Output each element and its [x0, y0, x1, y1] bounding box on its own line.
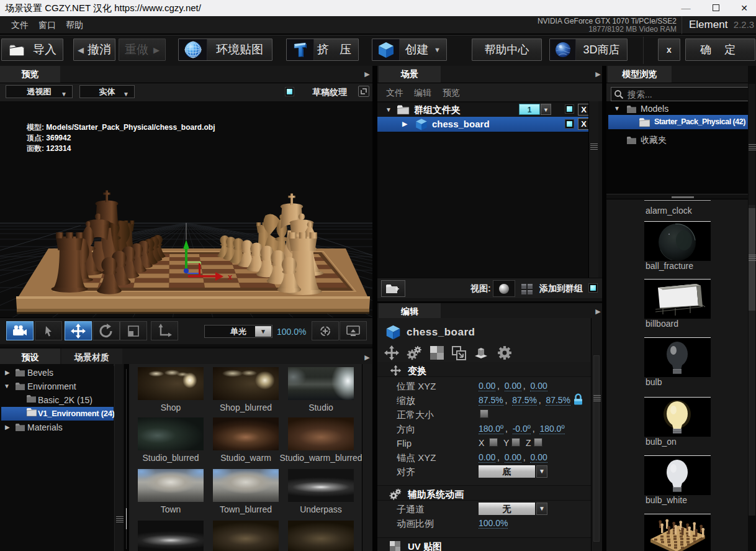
svg-text:x: x	[228, 272, 233, 281]
svg-text:顶点: 369942: 顶点: 369942	[26, 134, 71, 142]
svg-text:模型: Models/Starter_Pack_Physic: 模型: Models/Starter_Pack_Physical/chess_b…	[26, 123, 215, 132]
svg-text:面数: 123314: 面数: 123314	[26, 144, 71, 153]
